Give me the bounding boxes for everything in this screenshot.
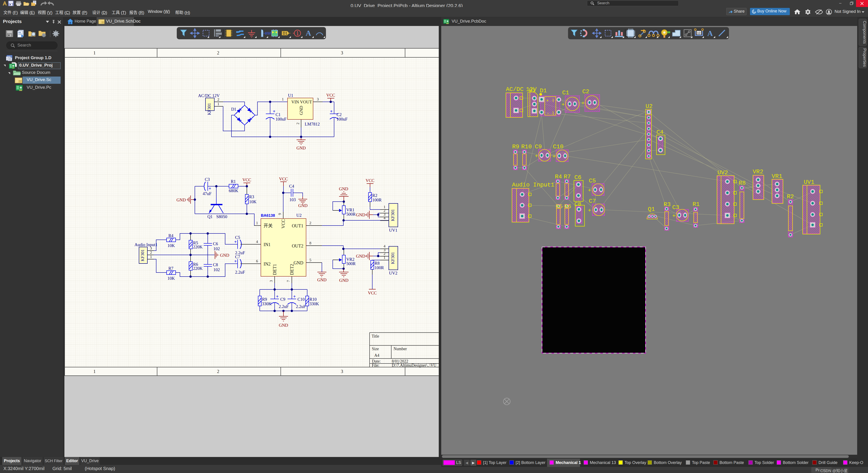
svg-text:+: +	[276, 294, 278, 299]
svg-text:2.2uF: 2.2uF	[235, 270, 245, 275]
svg-text:100uF: 100uF	[337, 117, 348, 122]
svg-text:D:\7.AltimuDesigner\..\VU_D: D:\7.AltimuDesigner\..\VU_D	[392, 363, 439, 368]
svg-text:1: 1	[282, 97, 284, 101]
svg-text:VR1: VR1	[772, 173, 782, 180]
svg-text:100uF: 100uF	[276, 117, 287, 122]
svg-text:+: +	[553, 154, 556, 160]
svg-text:HH: HH	[265, 31, 271, 35]
svg-text:D1: D1	[540, 88, 547, 94]
svg-text:+: +	[588, 207, 591, 213]
svg-text:R10: R10	[521, 143, 532, 150]
svg-text:C9: C9	[280, 297, 285, 302]
svg-text:9: 9	[278, 213, 282, 215]
svg-text:Size: Size	[372, 346, 379, 351]
svg-text:U1: U1	[288, 93, 293, 98]
svg-text:R8: R8	[375, 261, 379, 266]
svg-text:R6: R6	[564, 203, 571, 210]
svg-text:C6: C6	[213, 241, 218, 246]
svg-text:4: 4	[383, 216, 385, 220]
svg-text:C4: C4	[656, 129, 663, 136]
svg-text:VOUT: VOUT	[300, 100, 312, 104]
svg-text:LM7812: LM7812	[305, 122, 320, 127]
svg-text:+: +	[330, 109, 333, 114]
svg-text:100R: 100R	[375, 265, 384, 270]
svg-text:开关: 开关	[264, 223, 273, 228]
svg-text:C4: C4	[289, 184, 294, 189]
svg-text:R9: R9	[512, 143, 519, 150]
svg-text:R2: R2	[787, 193, 794, 200]
svg-text:GND: GND	[220, 253, 229, 258]
svg-text:100R: 100R	[372, 198, 382, 202]
svg-text:C8: C8	[213, 262, 218, 267]
svg-text:6: 6	[256, 259, 258, 263]
svg-text:2: 2	[217, 97, 219, 102]
svg-text:KF301: KF301	[140, 249, 145, 262]
svg-text:U2: U2	[646, 103, 653, 110]
svg-text:A: A	[306, 29, 311, 37]
svg-text:VR2: VR2	[346, 257, 354, 262]
svg-text:Q1: Q1	[207, 214, 213, 219]
svg-text:330K: 330K	[262, 301, 272, 306]
svg-text:+: +	[234, 259, 237, 264]
svg-text:R2: R2	[372, 193, 377, 198]
svg-text:8/01/2022: 8/01/2022	[392, 359, 408, 364]
svg-text:R9: R9	[262, 297, 267, 302]
svg-text:1: 1	[93, 50, 96, 55]
svg-text:R4: R4	[555, 173, 562, 180]
svg-text:Date:: Date:	[372, 359, 381, 364]
svg-text:GND: GND	[299, 106, 304, 115]
svg-text:R8: R8	[739, 180, 746, 187]
svg-text:⌇: ⌇	[552, 98, 554, 103]
svg-text:Audio Input1: Audio Input1	[134, 242, 158, 247]
svg-text:3: 3	[317, 97, 319, 101]
svg-text:U1: U1	[529, 88, 535, 94]
svg-text:3: 3	[341, 369, 343, 374]
svg-text:VR1: VR1	[346, 207, 354, 212]
svg-text:1: 1	[93, 369, 96, 374]
svg-text:10: 10	[697, 31, 701, 35]
svg-text:+: +	[273, 109, 275, 114]
svg-text:500R: 500R	[346, 261, 356, 266]
svg-text:4: 4	[256, 240, 258, 244]
svg-text:+: +	[546, 98, 549, 103]
svg-text:AC/DC 12V: AC/DC 12V	[198, 93, 220, 98]
svg-text:1: 1	[217, 102, 219, 106]
svg-text:BA6138: BA6138	[261, 213, 275, 218]
svg-text:GND: GND	[356, 254, 365, 259]
svg-text:C1: C1	[562, 90, 569, 96]
svg-text:A: A	[707, 29, 713, 37]
svg-text:C2: C2	[337, 112, 342, 117]
svg-text:C6: C6	[575, 174, 581, 181]
svg-text:+: +	[588, 188, 591, 194]
svg-text:+: +	[209, 186, 211, 191]
svg-text:C7: C7	[589, 198, 596, 205]
svg-text:R1: R1	[692, 201, 700, 208]
svg-text:AC/DC: AC/DC	[506, 86, 524, 93]
svg-text:UV2: UV2	[389, 271, 397, 275]
svg-text:VCC: VCC	[242, 177, 251, 182]
svg-text:DET2: DET2	[289, 264, 294, 275]
svg-text:D1: D1	[231, 107, 236, 111]
svg-text:C3: C3	[672, 204, 679, 211]
svg-text:C5: C5	[589, 177, 596, 184]
svg-text:3: 3	[150, 246, 152, 250]
svg-text:UV1: UV1	[389, 228, 397, 233]
svg-text:7: 7	[286, 280, 290, 282]
svg-text:2: 2	[296, 123, 300, 125]
svg-text:GND: GND	[279, 323, 288, 328]
svg-text:U2: U2	[296, 213, 302, 218]
svg-text:5: 5	[309, 258, 311, 262]
svg-text:DET1: DET1	[272, 264, 277, 275]
svg-text:680K: 680K	[229, 188, 239, 193]
svg-text:UV1: UV1	[804, 179, 814, 185]
svg-text:C7: C7	[235, 255, 240, 259]
svg-text:C8: C8	[575, 201, 581, 208]
svg-text:R5: R5	[556, 203, 563, 210]
svg-text:220K: 220K	[193, 244, 203, 249]
svg-text:R3: R3	[249, 194, 254, 199]
svg-text:C3: C3	[205, 177, 210, 182]
svg-text:102: 102	[213, 267, 220, 272]
svg-text:IN2: IN2	[264, 262, 271, 266]
svg-text:GND: GND	[296, 146, 306, 150]
svg-text:Q1: Q1	[648, 206, 655, 213]
